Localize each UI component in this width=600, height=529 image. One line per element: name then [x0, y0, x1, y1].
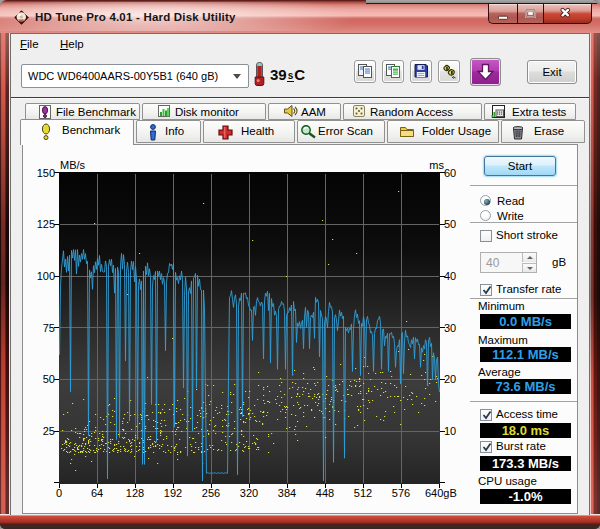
svg-text:256: 256 — [202, 487, 220, 499]
svg-text:150: 150 — [37, 167, 55, 179]
svg-text:25: 25 — [43, 425, 55, 437]
svg-text:384: 384 — [278, 487, 296, 499]
svg-text:100: 100 — [37, 270, 55, 282]
svg-text:640gB: 640gB — [425, 487, 457, 499]
svg-text:75: 75 — [43, 322, 55, 334]
svg-text:576: 576 — [392, 487, 410, 499]
svg-text:20: 20 — [444, 373, 456, 385]
svg-text:0: 0 — [56, 487, 62, 499]
svg-text:50: 50 — [444, 218, 456, 230]
svg-text:512: 512 — [354, 487, 372, 499]
svg-text:40: 40 — [444, 270, 456, 282]
svg-text:30: 30 — [444, 322, 456, 334]
svg-text:10: 10 — [444, 425, 456, 437]
svg-text:125: 125 — [37, 218, 55, 230]
svg-text:192: 192 — [164, 487, 182, 499]
svg-text:MB/s: MB/s — [60, 159, 86, 171]
svg-text:320: 320 — [240, 487, 258, 499]
svg-text:ms: ms — [429, 159, 444, 171]
svg-text:128: 128 — [126, 487, 144, 499]
svg-text:60: 60 — [444, 167, 456, 179]
svg-text:50: 50 — [43, 373, 55, 385]
svg-text:64: 64 — [91, 487, 103, 499]
svg-text:448: 448 — [316, 487, 334, 499]
